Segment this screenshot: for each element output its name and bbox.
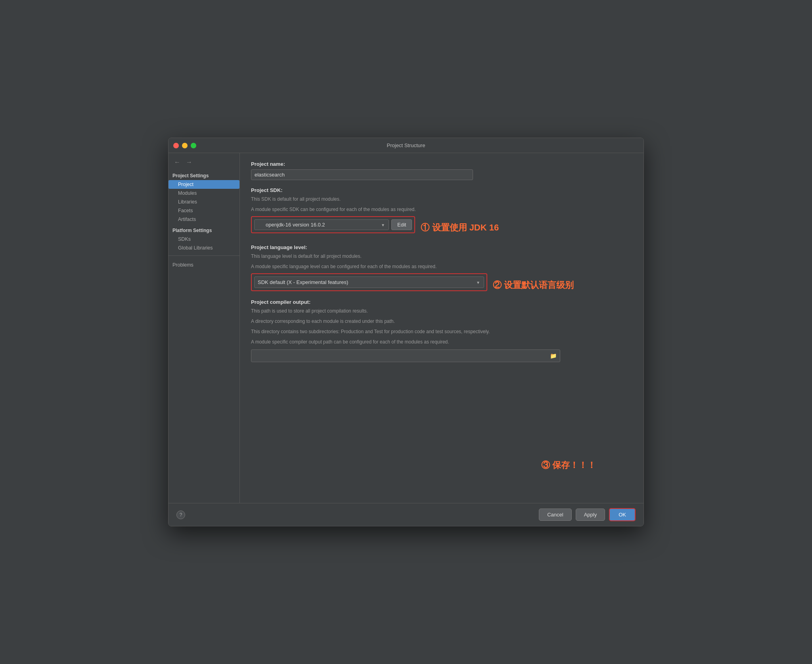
nav-arrows: ← → <box>169 156 239 171</box>
compiler-desc3: This directory contains two subdirectori… <box>251 328 632 335</box>
annotation-save: ③ 保存！！！ <box>541 459 596 471</box>
sdk-bordered-container: openjdk-16 version 16.0.2 ▼ Edit <box>251 216 415 233</box>
sidebar-item-problems[interactable]: Problems <box>169 259 239 269</box>
project-lang-desc2: A module specific language level can be … <box>251 263 632 270</box>
edit-sdk-button[interactable]: Edit <box>391 219 412 230</box>
project-lang-label: Project language level: <box>251 244 632 250</box>
minimize-button[interactable] <box>182 143 188 148</box>
lang-select-wrapper: SDK default (X - Experimental features) … <box>254 276 484 288</box>
sidebar-item-libraries[interactable]: Libraries <box>169 198 239 206</box>
sidebar-divider <box>169 255 239 256</box>
project-structure-window: Project Structure ← → Project Settings P… <box>168 138 644 526</box>
sidebar-item-modules[interactable]: Modules <box>169 189 239 198</box>
sdk-select-wrapper: openjdk-16 version 16.0.2 ▼ <box>254 219 389 230</box>
lang-annotation-row: SDK default (X - Experimental features) … <box>251 273 632 297</box>
compiler-desc2: A directory corresponding to each module… <box>251 318 632 325</box>
project-lang-desc1: This language level is default for all p… <box>251 253 632 260</box>
annotation-lang-level: ② 设置默认语言级别 <box>493 279 574 291</box>
title-bar: Project Structure <box>169 138 643 153</box>
project-sdk-label: Project SDK: <box>251 187 632 193</box>
compiler-output-box: 📁 <box>251 349 560 362</box>
project-name-input[interactable] <box>251 169 473 180</box>
back-button[interactable]: ← <box>172 158 182 167</box>
cancel-button[interactable]: Cancel <box>539 509 571 521</box>
sidebar: ← → Project Settings Project Modules Lib… <box>169 153 240 503</box>
sidebar-item-project[interactable]: Project <box>169 180 239 189</box>
project-sdk-desc2: A module specific SDK can be configured … <box>251 206 632 213</box>
lang-select[interactable]: SDK default (X - Experimental features) <box>254 276 484 288</box>
annotation-jdk16: ① 设置使用 JDK 16 <box>421 222 499 234</box>
compiler-desc4: A module specific compiler output path c… <box>251 338 632 345</box>
action-buttons: Cancel Apply OK <box>539 508 636 521</box>
project-sdk-desc1: This SDK is default for all project modu… <box>251 196 632 203</box>
sidebar-item-sdks[interactable]: SDKs <box>169 235 239 244</box>
project-name-label: Project name: <box>251 161 632 167</box>
sidebar-item-facets[interactable]: Facets <box>169 206 239 215</box>
help-button[interactable]: ? <box>176 510 185 519</box>
sdk-annotation-row: openjdk-16 version 16.0.2 ▼ Edit ① 设置使用 … <box>251 216 632 239</box>
project-settings-header: Project Settings <box>169 171 239 180</box>
sidebar-item-artifacts[interactable]: Artifacts <box>169 215 239 224</box>
sdk-select[interactable]: openjdk-16 version 16.0.2 <box>254 219 389 230</box>
window-controls <box>173 143 196 148</box>
compiler-output-folder-button[interactable]: 📁 <box>550 353 557 359</box>
platform-settings-header: Platform Settings <box>169 224 239 235</box>
sidebar-item-global-libraries[interactable]: Global Libraries <box>169 244 239 252</box>
compiler-desc1: This path is used to store all project c… <box>251 307 632 315</box>
apply-button[interactable]: Apply <box>576 509 605 521</box>
content-area: Project name: Project SDK: This SDK is d… <box>240 153 643 503</box>
maximize-button[interactable] <box>191 143 196 148</box>
compiler-output-label: Project compiler output: <box>251 299 632 305</box>
ok-button[interactable]: OK <box>609 508 636 521</box>
bottom-bar: ? Cancel Apply OK <box>169 503 643 526</box>
main-content: ← → Project Settings Project Modules Lib… <box>169 153 643 503</box>
lang-bordered-container: SDK default (X - Experimental features) … <box>251 273 487 291</box>
window-title: Project Structure <box>387 142 425 148</box>
forward-button[interactable]: → <box>184 158 194 167</box>
close-button[interactable] <box>173 143 179 148</box>
